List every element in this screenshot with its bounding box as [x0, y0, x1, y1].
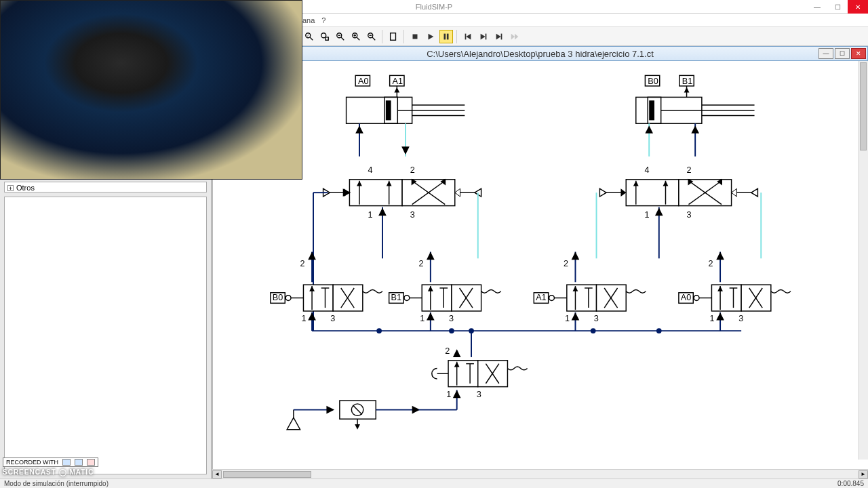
svg-text:2: 2 — [300, 259, 305, 268]
svg-marker-54 — [355, 125, 363, 134]
svg-marker-17 — [429, 33, 434, 39]
svg-text:1: 1 — [710, 314, 715, 324]
document-titlebar: C:\Users\Alejandro\Desktop\prueba 3 hidr… — [212, 46, 868, 61]
svg-text:2: 2 — [418, 259, 423, 268]
svg-text:3: 3 — [687, 210, 692, 220]
svg-marker-123 — [308, 252, 316, 260]
svg-marker-60 — [691, 125, 699, 134]
tree-item-otros[interactable]: +Otros — [4, 182, 207, 192]
skip-end-icon[interactable] — [492, 30, 506, 43]
svg-text:3: 3 — [330, 314, 335, 324]
svg-marker-21 — [466, 33, 471, 39]
svg-line-11 — [357, 37, 359, 39]
stop-icon[interactable] — [408, 30, 422, 43]
svg-text:2: 2 — [709, 259, 713, 268]
doc-minimize-button[interactable]: — — [818, 48, 833, 59]
svg-point-144 — [549, 296, 555, 301]
svg-text:A0: A0 — [358, 77, 368, 86]
zoom-out-icon[interactable] — [334, 30, 347, 43]
svg-rect-20 — [465, 33, 467, 39]
svg-rect-25 — [501, 33, 502, 39]
svg-marker-27 — [515, 33, 518, 39]
svg-rect-4 — [326, 37, 328, 39]
svg-point-110 — [285, 296, 291, 301]
status-mode: Modo de simulación (interrumpido) — [4, 480, 108, 487]
skip-start-icon[interactable] — [461, 30, 475, 43]
svg-point-161 — [694, 296, 699, 301]
menu-item[interactable]: ana — [302, 16, 315, 24]
svg-rect-23 — [486, 33, 487, 39]
svg-marker-58 — [645, 125, 653, 134]
step-forward-icon[interactable] — [477, 30, 490, 43]
tree-label: Otros — [16, 184, 35, 192]
webcam-overlay — [0, 0, 302, 180]
zoom-in-icon[interactable] — [349, 30, 363, 43]
zoom-reset-icon[interactable] — [365, 30, 378, 43]
svg-marker-46 — [684, 87, 690, 93]
svg-marker-94 — [620, 188, 626, 197]
svg-marker-106 — [655, 208, 663, 216]
close-button[interactable]: ✕ — [848, 0, 868, 14]
svg-marker-77 — [455, 188, 460, 197]
valve-3-2-B1: 2 B1 1 3 — [389, 252, 501, 324]
statusbar: Modo de simulación (interrumpido) 0:00.8… — [0, 479, 868, 488]
svg-marker-34 — [394, 87, 399, 93]
svg-point-127 — [404, 296, 410, 301]
schematic-canvas[interactable]: A0 A1 B0 B1 — [212, 61, 868, 469]
svg-marker-24 — [496, 33, 501, 39]
cyl-B-ports — [645, 123, 699, 157]
svg-rect-19 — [447, 33, 449, 39]
doc-close-button[interactable]: ✕ — [851, 48, 866, 59]
svg-rect-190 — [448, 361, 478, 387]
maximize-button[interactable]: ☐ — [827, 0, 848, 14]
svg-text:A0: A0 — [681, 293, 691, 302]
svg-text:1: 1 — [368, 210, 373, 220]
svg-point-179 — [591, 328, 596, 333]
svg-text:2: 2 — [687, 165, 692, 175]
svg-marker-212 — [355, 424, 360, 430]
svg-line-1 — [310, 37, 313, 39]
svg-marker-22 — [481, 33, 486, 39]
svg-rect-83 — [626, 180, 679, 206]
zoom-region-icon[interactable] — [318, 30, 332, 43]
svg-rect-146 — [567, 285, 597, 311]
svg-marker-207 — [326, 406, 334, 414]
horizontal-scrollbar[interactable]: ◄► — [212, 469, 868, 479]
svg-point-177 — [449, 328, 454, 333]
svg-rect-112 — [303, 285, 333, 311]
doc-maximize-button[interactable]: ☐ — [835, 48, 850, 59]
svg-text:3: 3 — [594, 314, 599, 324]
valve-4-2-B: 4 2 1 3 — [599, 165, 757, 220]
svg-text:3: 3 — [449, 314, 454, 324]
svg-marker-174 — [716, 252, 724, 260]
cylinder-A: A0 A1 — [347, 75, 465, 123]
fast-forward-icon[interactable] — [508, 30, 521, 43]
svg-text:1: 1 — [420, 314, 425, 324]
svg-point-176 — [376, 328, 382, 333]
svg-rect-18 — [444, 33, 446, 39]
page-icon[interactable] — [387, 30, 400, 43]
svg-line-14 — [372, 37, 375, 39]
svg-marker-203 — [453, 349, 461, 357]
recorder-brand: SCREENCAST ◯ MATIC — [3, 468, 98, 476]
zoom-fit-icon[interactable]: ⤢ — [302, 30, 316, 43]
expand-icon: + — [7, 185, 14, 191]
play-icon[interactable] — [424, 30, 437, 43]
cylinder-B: B0 B1 — [636, 75, 755, 123]
menu-help[interactable]: ? — [321, 16, 326, 24]
air-source — [287, 390, 460, 429]
svg-rect-49 — [649, 100, 654, 120]
svg-text:A1: A1 — [393, 77, 403, 86]
valve-3-2-start: 2 1 3 — [432, 346, 528, 399]
svg-text:1: 1 — [302, 314, 307, 324]
svg-rect-16 — [413, 34, 418, 39]
pause-icon[interactable] — [439, 30, 453, 43]
valve-3-2-B0: 2 B0 1 3 — [271, 252, 382, 324]
svg-text:3: 3 — [477, 390, 481, 399]
svg-text:B1: B1 — [391, 293, 401, 302]
svg-marker-204 — [287, 418, 300, 429]
svg-text:3: 3 — [410, 210, 415, 220]
svg-text:1: 1 — [565, 314, 570, 324]
valve-3-2-A1: 2 A1 1 3 — [534, 252, 646, 324]
minimize-button[interactable]: — — [807, 0, 827, 14]
